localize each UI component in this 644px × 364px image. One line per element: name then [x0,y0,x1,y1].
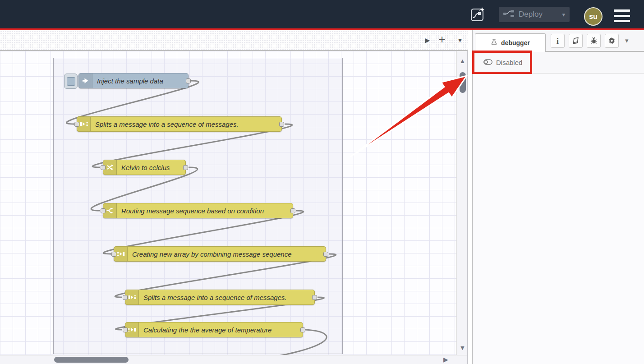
node-input-port[interactable] [111,252,116,257]
gear-icon [608,37,616,45]
flow-canvas[interactable]: Inject the sample dataSplits a message i… [0,51,468,364]
node-red-editor: Deploy ▾ su ▶ + ▾ Inject the sample data… [0,0,644,364]
info-button[interactable]: i [551,34,565,48]
flow-node-change[interactable]: Kelvin to celcius [103,160,186,175]
horizontal-scrollbar-thumb[interactable] [54,357,129,363]
user-avatar[interactable]: su [584,7,603,26]
flow-list-chevron-icon[interactable]: ▾ [454,30,466,50]
hamburger-menu-icon[interactable] [614,9,630,22]
node-label: Splits a message into a sequence of mess… [91,120,244,128]
deploy-label: Deploy [519,10,543,19]
tab-debugger-label: debugger [501,39,530,46]
sidebar-collapse-chevron-icon[interactable]: ▾ [625,37,629,45]
flow-node-inject[interactable]: Inject the sample data [78,73,189,88]
sidebar-toolbar-buttons: i [551,34,619,48]
sidebar-resize-handle[interactable] [468,30,472,364]
node-output-port[interactable] [186,78,191,83]
canvas-vertical-scrollbar[interactable]: ▲ ▼ [456,51,468,355]
debug-disabled-toggle[interactable]: Disabled [483,59,522,66]
flow-node-split[interactable]: Splits a message into a sequence of mess… [77,116,282,132]
node-output-port[interactable] [312,295,317,300]
deploy-icon [503,10,514,19]
settings-button[interactable] [605,34,619,48]
scroll-right-icon[interactable]: ▶ [443,356,448,363]
node-output-port[interactable] [300,327,305,332]
flow-node-switch[interactable]: Routing message sequence based on condit… [103,203,293,218]
node-output-port[interactable] [290,208,295,213]
divider [530,56,531,69]
node-label: Creating new array by combining message … [128,250,297,258]
flow-node-split[interactable]: Splits a message into a sequence of mess… [125,290,315,305]
canvas-horizontal-scrollbar[interactable]: ▶ [0,355,468,364]
node-label: Routing message sequence based on condit… [117,207,269,215]
node-label: Calculating the the average of temperatu… [139,326,277,334]
flow-ai-icon[interactable] [469,0,487,28]
scroll-down-icon[interactable]: ▼ [457,344,468,351]
inject-icon [79,74,92,88]
divider [421,30,421,50]
divider [452,30,452,50]
tab-debugger[interactable]: debugger [475,33,546,52]
debug-messages-panel [473,74,644,364]
node-output-port[interactable] [279,122,284,127]
tab-scroll-right-icon[interactable]: ▶ [422,30,433,50]
node-output-port[interactable] [183,165,188,170]
info-icon: i [557,37,559,45]
sidebar: debugger i ▾ Disabled [472,30,644,364]
node-label: Splits a message into a sequence of mess… [139,294,292,301]
workspace-tab-bar: ▶ + ▾ [0,30,468,51]
node-input-port[interactable] [101,208,106,213]
add-flow-button[interactable]: + [435,30,449,50]
header-bar: Deploy ▾ su [0,0,644,28]
chevron-down-icon[interactable]: ▾ [562,11,565,18]
flask-icon [491,39,497,47]
toggle-off-icon [483,59,492,66]
node-input-port[interactable] [123,327,128,332]
bug-icon [590,37,598,45]
vertical-scrollbar-thumb[interactable] [460,72,466,93]
node-input-port[interactable] [74,122,79,127]
flow-node-join[interactable]: Creating new array by combining message … [114,246,326,262]
scroll-up-icon[interactable]: ▲ [457,57,468,65]
deploy-button[interactable]: Deploy ▾ [499,7,570,22]
sidebar-tab-bar: debugger i ▾ [473,30,644,52]
book-icon [572,37,580,45]
node-label: Inject the sample data [92,77,169,85]
inject-button[interactable] [64,74,78,89]
library-button[interactable] [569,34,583,48]
debug-disabled-label: Disabled [496,59,522,66]
flow-node-join[interactable]: Calculating the the average of temperatu… [125,322,303,337]
debug-toolbar: Disabled [473,52,644,74]
node-input-port[interactable] [101,165,106,170]
node-label: Kelvin to celcius [117,164,175,171]
node-input-port[interactable] [123,295,128,300]
node-output-port[interactable] [323,252,328,257]
debug-button[interactable] [587,34,601,48]
